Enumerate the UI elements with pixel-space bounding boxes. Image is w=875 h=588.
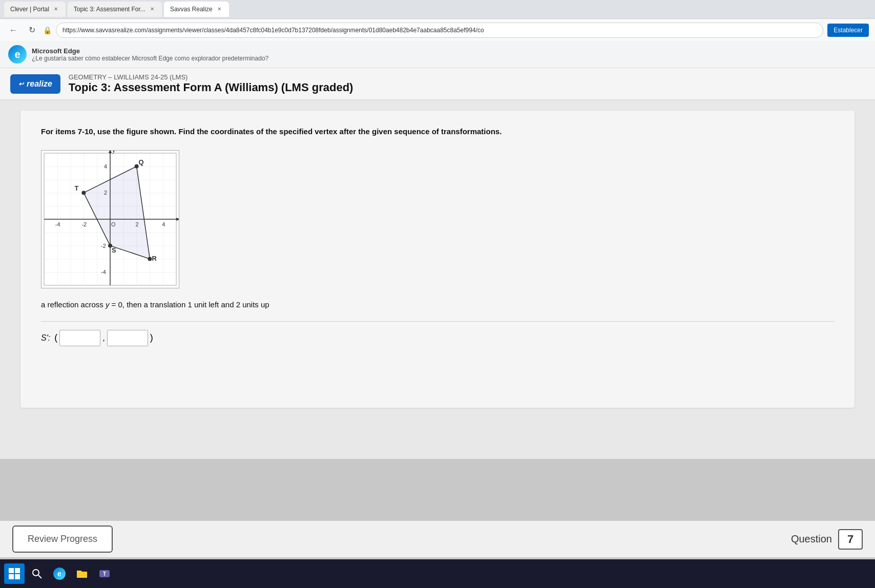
tab-topic-label: Topic 3: Assessment For... [74,6,145,13]
notification-subtitle: ¿Le gustaría saber cómo establecer Micro… [32,55,867,62]
svg-marker-5 [109,150,112,153]
coordinate-graph: x y -4 -2 O 2 4 4 2 [41,150,179,288]
tab-topic[interactable]: Topic 3: Assessment For... ✕ [68,2,162,17]
edge-taskbar-icon: e [53,568,66,580]
y-tick-neg4: -4 [101,269,106,275]
answer-input-x[interactable] [59,330,100,346]
assignment-title: Topic 3: Assessment Form A (Williams) (L… [69,81,353,94]
close-icon[interactable]: ✕ [216,6,223,13]
close-icon[interactable]: ✕ [149,6,156,13]
course-label: GEOMETRY – LWILLIAMS 24-25 (LMS) [69,73,353,81]
taskbar-start[interactable] [4,563,25,584]
close-icon[interactable]: ✕ [52,6,59,13]
y-tick-neg2: -2 [101,242,106,248]
realize-logo-button[interactable]: ↩ realize [10,74,60,94]
tab-bar: Clever | Portal ✕ Topic 3: Assessment Fo… [0,0,875,18]
svg-line-12 [38,575,41,578]
svg-rect-9 [9,574,14,579]
question-number-box: 7 [838,529,863,550]
address-input[interactable] [56,23,823,38]
question-label: Question [791,533,832,545]
label-R: R [152,255,157,262]
comma-separator: , [102,333,105,343]
tab-topic-close[interactable]: ✕ [149,6,156,13]
vertex-Q [135,164,139,168]
answer-label: S': [41,333,50,343]
tab-realize-label: Savvas Realize [170,6,213,13]
x-tick-pos4: 4 [162,221,165,227]
main-content: For items 7-10, use the figure shown. Fi… [0,100,875,459]
answer-input-y[interactable] [107,330,148,346]
realize-header: ↩ realize GEOMETRY – LWILLIAMS 24-25 (LM… [0,68,875,100]
lock-icon: 🔒 [43,26,52,34]
notification-text: Microsoft Edge ¿Le gustaría saber cómo e… [32,47,867,62]
svg-point-11 [33,570,39,576]
browser-chrome: Clever | Portal ✕ Topic 3: Assessment Fo… [0,0,875,68]
refresh-button[interactable]: ↻ [25,23,39,37]
notification-bar: e Microsoft Edge ¿Le gustaría saber cómo… [0,41,875,68]
y-tick-pos4: 4 [104,163,107,169]
x-axis-label: x [179,215,179,222]
svg-marker-4 [176,218,179,221]
address-bar-row: ← ↻ 🔒 Establecer [0,18,875,41]
taskbar-browser[interactable]: e [49,563,70,584]
back-button[interactable]: ← [6,23,20,37]
tab-clever-label: Clever | Portal [10,6,49,13]
vertex-T [81,191,86,195]
svg-rect-10 [15,574,20,579]
search-icon [31,568,43,579]
answer-row: S': ( , ) [41,330,834,346]
tab-clever[interactable]: Clever | Portal ✕ [4,2,66,17]
svg-text:T: T [103,571,106,577]
notification-title: Microsoft Edge [32,47,867,55]
content-card: For items 7-10, use the figure shown. Fi… [20,111,855,408]
question-number: 7 [847,533,853,546]
label-Q: Q [139,158,144,165]
realize-logo-icon: ↩ [18,80,24,88]
question-description: a reflection across y = 0, then a transl… [41,299,834,311]
windows-icon [9,568,20,579]
taskbar-file-explorer[interactable] [72,563,92,584]
review-progress-button[interactable]: Review Progress [12,526,113,553]
tab-realize-close[interactable]: ✕ [216,6,223,13]
svg-rect-7 [9,568,14,573]
realize-logo-label: realize [27,79,52,89]
close-paren: ) [150,332,153,343]
graph-container: x y -4 -2 O 2 4 4 2 [41,150,834,288]
tab-realize[interactable]: Savvas Realize ✕ [164,2,229,17]
question-instruction: For items 7-10, use the figure shown. Fi… [41,126,834,138]
tab-clever-close[interactable]: ✕ [52,6,59,13]
open-paren: ( [54,332,57,343]
folder-icon [76,568,88,580]
bottom-bar: Review Progress Question 7 [0,520,875,557]
teams-icon: T [98,568,111,579]
establish-button[interactable]: Establecer [827,24,869,37]
question-indicator: Question 7 [791,529,863,550]
taskbar: e T [0,559,875,588]
taskbar-search[interactable] [27,563,47,584]
label-T: T [75,184,79,192]
svg-rect-8 [15,568,20,573]
x-tick-neg2: -2 [81,221,87,227]
label-S: S [112,246,116,254]
vertex-R [148,257,152,261]
x-tick-neg4: -4 [55,221,60,227]
edge-logo: e [8,45,27,64]
taskbar-teams[interactable]: T [94,563,115,584]
separator [41,321,834,322]
y-axis-label: y [112,150,115,154]
header-titles: GEOMETRY – LWILLIAMS 24-25 (LMS) Topic 3… [69,73,353,94]
